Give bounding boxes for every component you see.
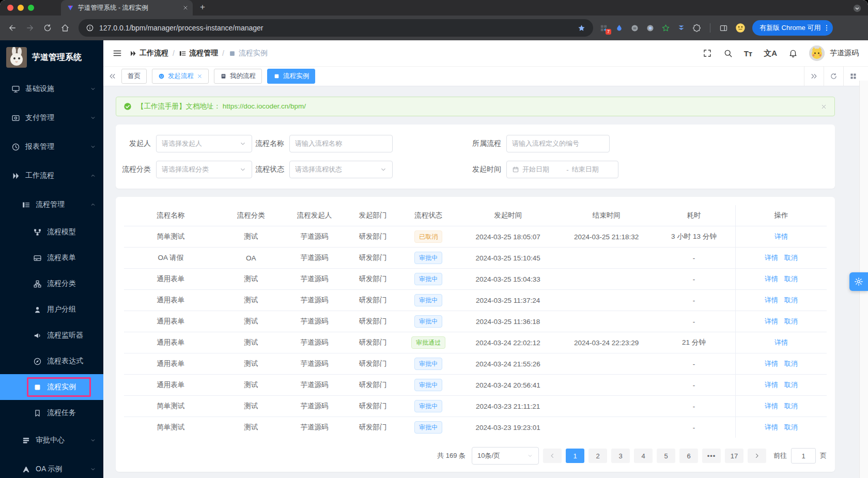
action-cancel-link[interactable]: 取消 (784, 254, 798, 261)
sidebar-item[interactable]: 流程分类 (0, 271, 103, 297)
sidebar-item[interactable]: 工作流程 (0, 161, 103, 190)
action-cancel-link[interactable]: 取消 (784, 360, 798, 367)
action-detail-link[interactable]: 详情 (774, 338, 788, 346)
breadcrumb-item[interactable]: 工作流程 (129, 49, 168, 58)
address-bar[interactable]: 127.0.0.1/bpm/manager/process-instance/m… (79, 19, 593, 37)
page-number-button[interactable]: 3 (611, 449, 630, 463)
page-number-button[interactable]: ••• (702, 449, 721, 463)
extensions-puzzle-icon[interactable] (692, 24, 701, 33)
breadcrumb-item[interactable]: 流程实例 (228, 49, 268, 58)
app-logo-block[interactable]: 芋道管理系统 (0, 40, 103, 74)
page-tab[interactable]: 我的流程 (214, 69, 262, 84)
tabs-refresh-icon[interactable] (824, 66, 843, 86)
browser-tab[interactable]: 芋道管理系统 - 流程实例 (61, 0, 193, 16)
action-detail-link[interactable]: 详情 (765, 254, 778, 261)
page-size-select[interactable]: 10条/页 (472, 447, 539, 465)
page-tab[interactable]: 发起流程 (152, 69, 209, 84)
chrome-update-button[interactable]: 有新版 Chrome 可用 (752, 20, 833, 36)
theme-settings-button[interactable] (849, 272, 868, 291)
action-cancel-link[interactable]: 取消 (784, 296, 798, 304)
close-tab-icon[interactable] (182, 5, 189, 11)
doc-link[interactable]: https://doc.iocoder.cn/bpm/ (223, 102, 306, 110)
action-cancel-link[interactable]: 取消 (784, 402, 798, 410)
forward-icon[interactable] (23, 21, 37, 35)
action-detail-link[interactable]: 详情 (765, 317, 778, 325)
tabs-scroll-left-icon[interactable] (109, 72, 116, 80)
home-icon[interactable] (58, 21, 72, 35)
bookmark-star-icon[interactable] (577, 24, 586, 33)
action-detail-link[interactable]: 详情 (765, 275, 778, 283)
page-number-button[interactable]: 2 (588, 449, 607, 463)
maximize-window-button[interactable] (28, 5, 34, 11)
sidebar-item[interactable]: 基础设施 (0, 74, 103, 103)
minimize-window-button[interactable] (18, 5, 24, 11)
process-def-input[interactable]: 请输入流程定义的编号 (506, 135, 610, 152)
action-detail-link[interactable]: 详情 (765, 360, 778, 367)
ext-blocks-icon[interactable]: 7 (599, 24, 608, 33)
sidebar-item[interactable]: 流程模型 (0, 219, 103, 245)
page-number-button[interactable]: 17 (725, 449, 743, 463)
profile-emoji-icon[interactable] (735, 22, 746, 34)
action-cancel-link[interactable]: 取消 (784, 275, 798, 283)
action-detail-link[interactable]: 详情 (765, 402, 778, 410)
url-text[interactable]: 127.0.0.1/bpm/manager/process-instance/m… (99, 24, 572, 32)
tab-search-chevron-icon[interactable] (853, 4, 862, 13)
goto-page-input[interactable]: 1 (791, 448, 816, 464)
initiator-select[interactable]: 请选择发起人 (156, 135, 252, 152)
page-number-button[interactable]: 4 (634, 449, 653, 463)
action-detail-link[interactable]: 详情 (765, 296, 778, 304)
action-cancel-link[interactable]: 取消 (784, 317, 798, 325)
sidebar-item[interactable]: 支付管理 (0, 103, 103, 132)
action-detail-link[interactable]: 详情 (774, 233, 788, 240)
action-cancel-link[interactable]: 取消 (784, 381, 798, 389)
sidebar-item[interactable]: 流程表单 (0, 245, 103, 271)
status-select[interactable]: 请选择流程状态 (289, 161, 393, 178)
next-page-button[interactable] (748, 449, 766, 463)
prev-page-button[interactable] (543, 449, 562, 463)
sidebar-item[interactable]: 流程管理 (0, 190, 103, 219)
ext-chevrons-icon[interactable] (677, 24, 686, 33)
close-tab-icon[interactable] (197, 73, 203, 79)
locale-icon[interactable]: 文A (764, 49, 777, 58)
reload-icon[interactable] (40, 21, 55, 35)
page-tab[interactable]: 首页 (121, 69, 147, 84)
fullscreen-icon[interactable] (703, 49, 712, 58)
sidebar-item[interactable]: 流程实例 (0, 374, 103, 400)
page-tab[interactable]: 流程实例 (267, 69, 315, 84)
action-cancel-link[interactable]: 取消 (784, 423, 798, 431)
banner-close-icon[interactable] (820, 103, 827, 110)
search-icon[interactable] (723, 49, 733, 58)
action-detail-link[interactable]: 详情 (765, 381, 778, 389)
user-avatar[interactable] (809, 45, 825, 61)
new-tab-button[interactable]: + (200, 2, 205, 12)
tabs-scroll-right-icon[interactable] (804, 66, 824, 86)
sidebar-item[interactable]: OA 示例 (0, 455, 103, 478)
sidebar-item[interactable]: 流程监听器 (0, 322, 103, 348)
username[interactable]: 芋道源码 (830, 49, 859, 58)
page-number-button[interactable]: 5 (657, 449, 675, 463)
ext-circle-icon[interactable] (646, 24, 655, 33)
page-number-button[interactable]: 1 (566, 449, 584, 463)
sidebar-item[interactable]: 流程表达式 (0, 348, 103, 374)
ext-gray-icon[interactable] (630, 24, 639, 33)
start-time-daterange[interactable]: 开始日期-结束日期 (506, 161, 618, 178)
sidebar-item[interactable]: 用户分组 (0, 297, 103, 322)
font-size-icon[interactable]: Tт (744, 49, 753, 58)
close-window-button[interactable] (7, 5, 13, 11)
action-detail-link[interactable]: 详情 (765, 423, 778, 431)
sidebar-item[interactable]: 审批中心 (0, 426, 103, 455)
breadcrumb-item[interactable]: 流程管理 (179, 49, 218, 58)
process-name-input[interactable]: 请输入流程名称 (289, 135, 393, 152)
notification-bell-icon[interactable] (788, 49, 798, 58)
sidebar-item[interactable]: 流程任务 (0, 400, 103, 426)
sidebar-item[interactable]: 报表管理 (0, 132, 103, 161)
site-info-icon[interactable] (86, 24, 94, 32)
page-number-button[interactable]: 6 (679, 449, 698, 463)
category-select[interactable]: 请选择流程分类 (156, 161, 252, 178)
back-icon[interactable] (5, 21, 20, 35)
ext-drop-icon[interactable] (615, 24, 624, 33)
traffic-lights[interactable] (7, 5, 34, 11)
kebab-menu-icon[interactable] (823, 24, 831, 32)
side-panel-icon[interactable] (719, 24, 728, 33)
ext-green-star-icon[interactable] (661, 24, 670, 33)
